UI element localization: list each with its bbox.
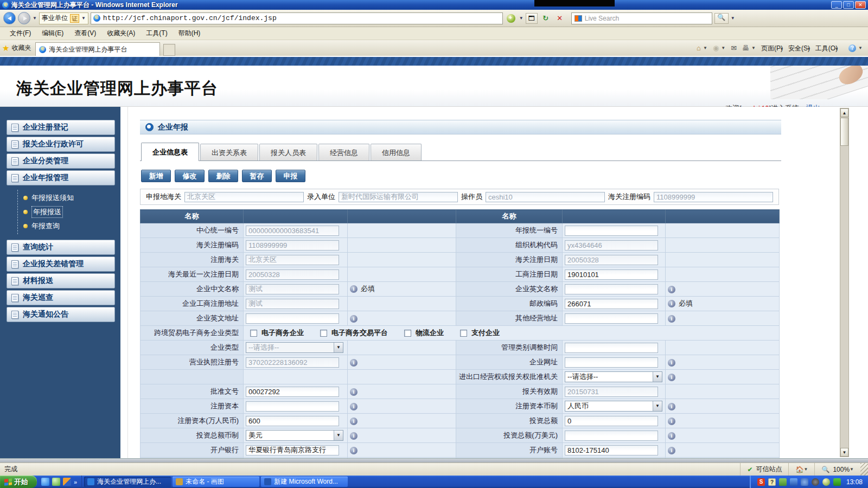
protected-mode-section[interactable]: 🏠▼ — [788, 463, 814, 476]
chevron-down-icon[interactable]: ▼ — [834, 47, 839, 52]
text-input[interactable]: 19010101 — [565, 269, 658, 280]
info-icon[interactable]: i — [350, 359, 358, 367]
sidebar-item[interactable]: 查询统计 — [7, 240, 115, 255]
sidebar-item[interactable]: 材料报送 — [7, 273, 115, 288]
start-button[interactable]: 开始 — [0, 476, 37, 488]
maximize-button[interactable]: □ — [843, 1, 854, 9]
chevron-down-icon[interactable]: ▼ — [653, 372, 662, 382]
address-dropdown-icon[interactable]: ▼ — [519, 16, 524, 21]
text-input[interactable] — [565, 357, 658, 368]
info-icon[interactable]: i — [668, 447, 675, 454]
info-icon[interactable]: i — [350, 285, 358, 293]
tab-2[interactable]: 出资关系表 — [200, 144, 258, 160]
home-icon[interactable]: ⌂ — [697, 44, 701, 52]
content-scrollbar[interactable]: ▲ ▼ — [840, 108, 849, 457]
action-button[interactable]: 修改 — [175, 170, 205, 182]
text-input[interactable] — [565, 313, 658, 324]
menu-item[interactable]: 文件(F) — [4, 27, 36, 40]
taskbar-task[interactable]: 未命名 - 画图 — [173, 477, 259, 487]
taskbar-task[interactable]: 新建 Microsoft Word... — [261, 477, 348, 487]
select-dropdown[interactable]: --请选择--▼ — [565, 371, 662, 382]
action-button[interactable]: 新增 — [141, 170, 171, 182]
text-input[interactable] — [565, 431, 658, 441]
forward-button[interactable] — [18, 12, 30, 24]
info-icon[interactable]: i — [668, 432, 675, 440]
minimize-button[interactable]: _ — [831, 1, 842, 9]
scroll-up-icon[interactable]: ▲ — [840, 108, 848, 117]
rss-feed-icon[interactable]: ◉ — [713, 44, 719, 52]
menu-item[interactable]: 帮助(H) — [173, 27, 206, 40]
sidebar-item[interactable]: 企业报关差错管理 — [7, 256, 115, 272]
tray-picture-icon[interactable] — [790, 478, 797, 486]
text-input[interactable] — [565, 226, 658, 236]
search-input[interactable]: Live Search — [571, 12, 712, 24]
info-icon[interactable]: i — [668, 286, 675, 293]
info-icon[interactable]: i — [350, 315, 358, 323]
info-icon[interactable]: i — [350, 432, 358, 440]
chevron-down-icon[interactable]: ▼ — [334, 431, 343, 440]
text-input[interactable] — [246, 313, 339, 324]
chevron-down-icon[interactable]: ▼ — [807, 47, 811, 52]
text-input[interactable] — [246, 401, 339, 412]
chevron-down-icon[interactable]: ▼ — [653, 401, 662, 411]
stop-icon[interactable]: ✕ — [554, 13, 566, 24]
tab-3[interactable]: 报关人员表 — [259, 144, 317, 160]
text-input[interactable]: 0 — [565, 416, 658, 426]
sidebar-subitem[interactable]: 年报报送 — [23, 205, 115, 219]
help-icon[interactable]: ? — [848, 44, 856, 52]
action-button[interactable]: 申报 — [276, 170, 305, 182]
scroll-down-icon[interactable]: ▼ — [840, 448, 848, 457]
sidebar-item[interactable]: 报关企业行政许可 — [7, 137, 115, 152]
sidebar-item[interactable]: 企业年报管理 — [7, 170, 115, 185]
resize-grip[interactable] — [860, 463, 868, 476]
info-icon[interactable]: i — [668, 300, 675, 307]
sidebar-item[interactable]: 企业注册登记 — [7, 120, 115, 135]
text-input[interactable]: 华夏银行青岛南京路支行 — [246, 445, 339, 455]
text-input[interactable]: 00027292 — [246, 387, 339, 397]
clock[interactable]: 13:08 — [846, 478, 863, 486]
sidebar-subitem[interactable]: 年报报送须知 — [23, 191, 115, 205]
quick-launch-media-icon[interactable] — [63, 478, 71, 486]
new-tab-button[interactable] — [163, 44, 175, 56]
chevron-down-icon[interactable]: ▼ — [334, 343, 343, 352]
action-button[interactable]: 删除 — [208, 170, 238, 182]
tray-shield-icon[interactable] — [833, 478, 841, 486]
info-icon[interactable]: i — [350, 447, 358, 454]
text-input[interactable]: 266071 — [565, 299, 658, 309]
menu-item[interactable]: 工具(T) — [141, 27, 173, 40]
tray-volume-icon[interactable] — [812, 478, 819, 486]
menu-item[interactable]: 编辑(E) — [36, 27, 69, 40]
search-dropdown-icon[interactable]: ▼ — [731, 16, 735, 21]
tray-antivirus-icon[interactable] — [822, 478, 830, 486]
search-button[interactable]: 🔍 — [714, 13, 729, 24]
text-input[interactable] — [565, 343, 658, 353]
info-icon[interactable]: i — [668, 374, 675, 381]
text-input[interactable] — [565, 284, 658, 294]
sidebar-item[interactable]: 企业分类管理 — [7, 153, 115, 169]
tab-5[interactable]: 信用信息 — [371, 144, 422, 160]
refresh-icon[interactable]: ↻ — [540, 13, 552, 24]
taskbar-task[interactable]: 海关企业管理网上办... — [84, 477, 171, 487]
tab-1[interactable]: 企业信息表 — [141, 143, 199, 161]
zoom-section[interactable]: 🔍 100%▼ — [814, 463, 860, 476]
menu-item[interactable]: 收藏夹(A) — [101, 27, 141, 40]
scrollbar-thumb[interactable] — [840, 118, 848, 146]
info-icon[interactable]: i — [350, 403, 358, 410]
tray-network-icon[interactable] — [801, 478, 808, 486]
info-icon[interactable]: i — [350, 388, 358, 396]
info-icon[interactable]: i — [350, 418, 358, 425]
checkbox[interactable] — [460, 330, 467, 337]
select-dropdown[interactable]: 美元▼ — [246, 430, 343, 441]
history-dropdown-icon[interactable]: ▼ — [33, 16, 37, 21]
info-icon[interactable]: i — [668, 359, 675, 367]
certificate-dropdown-icon[interactable]: ▼ — [81, 16, 86, 21]
suggested-sites-icon[interactable] — [505, 13, 517, 24]
tray-green-icon[interactable] — [779, 478, 787, 486]
close-button[interactable]: ✕ — [855, 1, 866, 9]
sidebar-subitem[interactable]: 年报查询 — [23, 219, 115, 233]
back-button[interactable] — [3, 12, 16, 24]
sidebar-item[interactable]: 海关通知公告 — [7, 307, 115, 322]
tab-4[interactable]: 经营信息 — [318, 144, 369, 160]
browser-tab[interactable]: 海关企业管理网上办事平台 — [35, 42, 160, 56]
favorites-label[interactable]: 收藏夹 — [11, 43, 31, 53]
